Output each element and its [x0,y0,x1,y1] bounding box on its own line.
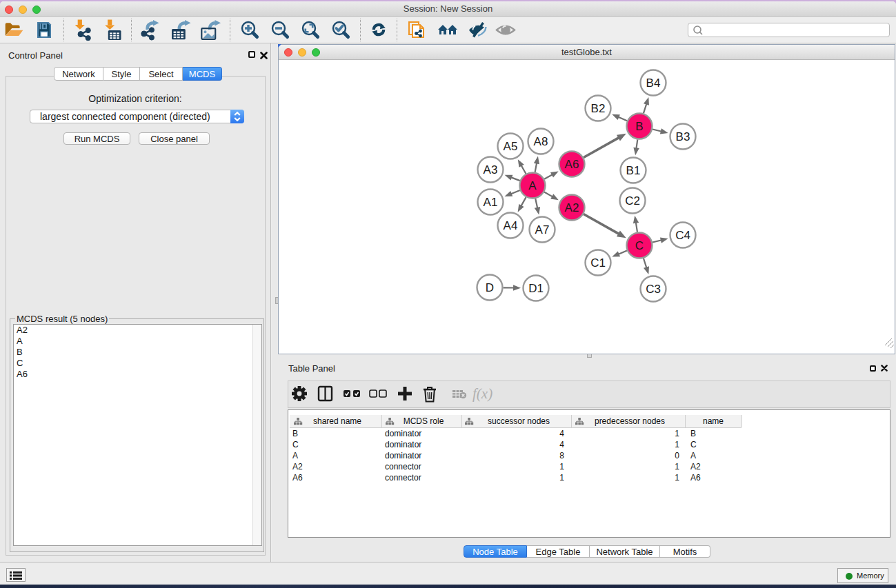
svg-text:A6: A6 [690,473,701,483]
svg-text:1: 1 [675,462,679,472]
svg-text:B1: B1 [626,164,641,177]
svg-text:8: 8 [559,451,564,460]
svg-text:A2: A2 [690,462,701,472]
svg-text:1: 1 [675,473,679,483]
svg-text:D1: D1 [528,282,544,295]
svg-text:B4: B4 [646,77,661,90]
svg-text:B3: B3 [676,130,690,143]
svg-text:f(x): f(x) [472,385,492,402]
svg-text:0: 0 [675,451,679,460]
svg-text:4: 4 [559,429,564,438]
svg-text:1: 1 [675,429,679,438]
svg-text:A2: A2 [292,462,303,472]
svg-text:A5: A5 [504,140,518,153]
svg-text:C4: C4 [675,229,690,242]
svg-text:A3: A3 [484,163,498,176]
svg-text:A4: A4 [504,219,518,232]
svg-text:A2: A2 [565,201,579,214]
svg-text:A: A [690,451,696,460]
svg-text:C: C [635,239,644,252]
svg-text:connector: connector [385,473,421,483]
svg-text:1: 1 [675,440,679,449]
svg-text:successor nodes: successor nodes [488,416,550,426]
svg-text:4: 4 [559,440,564,449]
svg-text:shared name: shared name [313,416,361,426]
svg-text:A1: A1 [484,196,498,209]
svg-text:A6: A6 [292,473,303,483]
svg-text:connector: connector [385,462,421,472]
svg-text:A: A [292,451,298,460]
svg-text:1: 1 [559,473,564,483]
svg-text:B2: B2 [591,102,606,115]
svg-text:dominator: dominator [385,429,421,438]
svg-text:A6: A6 [565,158,579,171]
svg-text:MCDS role: MCDS role [404,416,444,426]
svg-text:dominator: dominator [385,440,421,449]
svg-text:C2: C2 [625,194,640,207]
svg-text:C1: C1 [590,256,606,270]
svg-text:B: B [292,429,298,438]
svg-text:A7: A7 [535,223,550,236]
svg-text:1: 1 [559,462,564,472]
svg-text:C3: C3 [646,283,661,296]
svg-text:name: name [703,416,724,426]
svg-text:B: B [690,429,696,438]
svg-text:A8: A8 [534,135,548,148]
svg-text:predecessor nodes: predecessor nodes [595,416,665,426]
svg-text:C: C [292,440,299,449]
svg-text:dominator: dominator [385,451,421,460]
svg-text:D: D [486,281,494,294]
svg-text:C: C [690,440,697,449]
svg-text:B: B [635,120,643,133]
svg-text:A: A [528,179,537,192]
